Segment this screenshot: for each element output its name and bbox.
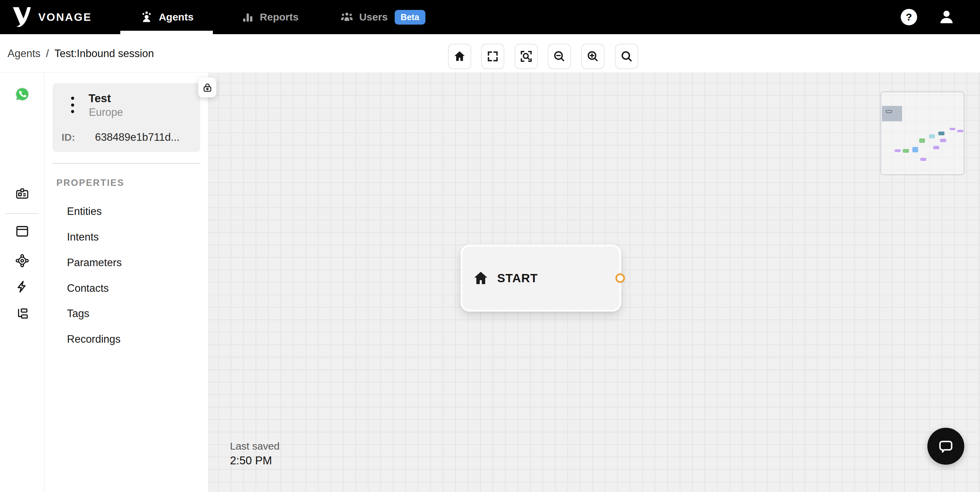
zoom-in-icon	[586, 49, 600, 63]
breadcrumb-separator: /	[46, 48, 49, 60]
minimap-block	[933, 146, 939, 149]
help-glyph: ?	[906, 11, 912, 23]
property-item-entities[interactable]: Entities	[67, 205, 102, 218]
minimap-block	[912, 147, 918, 152]
minimap-block	[894, 149, 901, 152]
start-node[interactable]: START	[461, 245, 621, 312]
agent-sparkle-icon	[140, 10, 153, 24]
search-icon	[620, 49, 633, 63]
lock-button[interactable]	[198, 78, 216, 97]
home-view-button[interactable]	[448, 44, 471, 69]
minimap-block	[938, 132, 945, 135]
zoom-out-button[interactable]	[548, 44, 571, 69]
last-saved: Last saved 2:50 PM	[230, 440, 280, 467]
property-item-parameters[interactable]: Parameters	[67, 256, 122, 269]
agent-properties-panel: Test Europe ID: 638489e1b711d... PROPERT…	[45, 73, 208, 492]
beta-badge: Beta	[395, 10, 425, 25]
quick-actions-icon[interactable]	[13, 278, 31, 296]
whatsapp-icon[interactable]	[13, 86, 31, 103]
minimap-block	[940, 139, 946, 142]
property-item-contacts[interactable]: Contacts	[67, 282, 109, 295]
entities-node-icon[interactable]	[13, 252, 31, 269]
tab-reports[interactable]: Reports	[236, 0, 304, 34]
start-node-label: START	[497, 271, 538, 285]
brand-name: VONAGE	[38, 11, 92, 24]
breadcrumb-current: Test:Inbound session	[54, 48, 154, 60]
agent-id-value[interactable]: 638489e1b711d...	[95, 131, 180, 143]
fit-view-button[interactable]	[481, 44, 504, 69]
breadcrumb-parent[interactable]: Agents	[8, 48, 41, 60]
zoom-to-selection-button[interactable]	[515, 44, 538, 69]
tab-users[interactable]: Users Beta	[337, 0, 429, 34]
id-card-icon[interactable]	[13, 185, 31, 202]
account-icon[interactable]	[938, 8, 955, 26]
minimap-block	[929, 134, 935, 139]
lock-icon	[202, 82, 213, 93]
search-button[interactable]	[615, 44, 638, 69]
minimap-block	[919, 139, 925, 143]
page-header-bar: Agents / Test:Inbound session	[0, 34, 980, 73]
sidebar-divider	[5, 213, 39, 214]
breadcrumb: Agents / Test:Inbound session	[8, 34, 154, 73]
vonage-logo-icon	[12, 6, 32, 28]
zoom-in-button[interactable]	[581, 44, 605, 69]
active-tab-indicator	[120, 31, 213, 34]
agent-card[interactable]: Test Europe ID: 638489e1b711d...	[52, 83, 200, 152]
last-saved-label: Last saved	[230, 440, 280, 452]
app: VONAGE Agents Reports	[0, 0, 980, 492]
panel-divider	[52, 163, 200, 164]
flow-canvas[interactable]: START Last saved 2:50 PM	[208, 73, 980, 492]
minimap-block	[957, 130, 963, 132]
properties-heading: PROPERTIES	[56, 178, 124, 188]
tab-agents[interactable]: Agents	[120, 0, 213, 34]
zoom-selection-icon	[519, 49, 533, 63]
minimap-block	[950, 128, 955, 130]
tab-label: Reports	[260, 11, 298, 23]
drag-handle-icon[interactable]	[70, 97, 75, 113]
node-palette-sidebar	[0, 73, 45, 492]
chat-bubble-icon	[937, 437, 955, 455]
tab-label: Agents	[159, 11, 194, 23]
minimap-block	[903, 149, 909, 153]
agent-name: Test	[89, 92, 111, 105]
last-saved-time: 2:50 PM	[230, 454, 280, 467]
minimap-viewport[interactable]	[882, 106, 902, 121]
zoom-out-icon	[552, 49, 566, 63]
minimap-block	[920, 158, 926, 161]
property-item-intents[interactable]: Intents	[67, 231, 99, 243]
agent-region: Europe	[89, 106, 123, 119]
home-icon	[473, 270, 489, 286]
agent-id-label: ID:	[62, 132, 75, 143]
fullscreen-icon	[486, 49, 500, 63]
flow-tree-icon[interactable]	[13, 305, 31, 323]
brand[interactable]: VONAGE	[12, 0, 92, 34]
minimap-start-node	[886, 110, 892, 113]
people-group-icon	[340, 10, 354, 24]
top-nav-bar: VONAGE Agents Reports	[0, 0, 980, 34]
property-item-recordings[interactable]: Recordings	[67, 333, 121, 346]
bar-chart-icon	[241, 11, 254, 24]
window-icon[interactable]	[13, 223, 31, 240]
minimap[interactable]	[880, 91, 965, 175]
tab-label: Users	[359, 11, 388, 23]
chat-launcher-button[interactable]	[928, 428, 964, 465]
start-node-output-port[interactable]	[616, 273, 625, 283]
property-item-tags[interactable]: Tags	[67, 307, 89, 320]
help-icon[interactable]: ?	[901, 9, 917, 25]
home-icon	[453, 49, 466, 63]
